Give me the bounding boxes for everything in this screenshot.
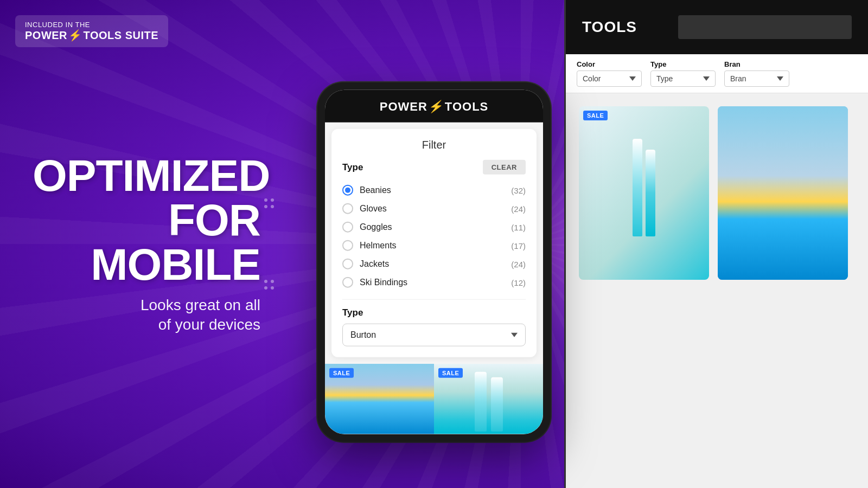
brand-selected-value: Burton [350, 330, 376, 340]
chevron-down-icon [629, 76, 636, 81]
product-image [579, 106, 709, 280]
dot [264, 280, 267, 283]
desktop-brand-label: Bran [724, 60, 789, 68]
desktop-color-select[interactable]: Color [577, 70, 642, 87]
radio-jackets[interactable] [342, 259, 353, 269]
bracket-dots [264, 198, 274, 290]
logo-bolt-icon: ⚡ [427, 100, 445, 114]
headline-section: OPTIMIZEDFORMOBILE Looks great on allof … [33, 153, 260, 335]
badge-power: POWER [25, 29, 67, 42]
option-count-beanies: (32) [511, 185, 526, 195]
desktop-products: SALE [566, 93, 868, 293]
filter-type-label: Type [342, 162, 363, 172]
product-thumbnail-2: SALE [434, 364, 543, 434]
filter-option-helments[interactable]: Helments (17) [342, 236, 526, 255]
desktop-product-card [718, 106, 848, 280]
logo-power: POWER [380, 100, 427, 114]
filter-options-list: Beanies (32) Gloves (24) Goggles (11) [342, 181, 526, 292]
filter-option-gloves[interactable]: Gloves (24) [342, 200, 526, 218]
option-label-jackets: Jackets [360, 259, 389, 269]
sale-badge: SALE [438, 368, 463, 378]
suite-badge: INCLUDED IN THE POWER ⚡ TOOLS SUITE [15, 15, 168, 47]
desktop-search-bar [678, 15, 852, 39]
headline-main: OPTIMIZEDFORMOBILE [33, 153, 260, 287]
desktop-brand-select[interactable]: Bran [724, 70, 789, 87]
logo-tools: TOOLS [445, 100, 488, 114]
badge-line2: POWER ⚡ TOOLS SUITE [25, 29, 158, 42]
phone-topbar: POWER ⚡ TOOLS [325, 90, 543, 123]
brand-dropdown[interactable]: Burton [342, 324, 526, 346]
phone-mockup: POWER ⚡ TOOLS Filter Type CLEAR [317, 82, 551, 442]
dot [264, 286, 267, 290]
products-row: SALE SALE [325, 364, 543, 434]
dot [271, 280, 274, 283]
desktop-filter-color-col: Color Color [577, 60, 642, 87]
badge-line1: INCLUDED IN THE [25, 21, 158, 29]
option-count-gloves: (24) [511, 204, 526, 213]
filter-option-ski-bindings[interactable]: Ski Bindings (12) [342, 273, 526, 292]
filter-panel: Filter Type CLEAR Beanies (32) [331, 129, 537, 357]
phone-frame: POWER ⚡ TOOLS Filter Type CLEAR [317, 82, 551, 442]
desktop-color-value: Color [583, 74, 601, 83]
brand-section-label: Type [342, 307, 526, 318]
filter-type-header: Type CLEAR [342, 160, 526, 175]
desktop-type-value: Type [656, 74, 673, 83]
option-count-helments: (17) [511, 241, 526, 250]
option-count-ski-bindings: (12) [511, 278, 526, 287]
ski-shape-1 [475, 372, 487, 432]
radio-goggles[interactable] [342, 222, 353, 233]
option-count-goggles: (11) [511, 222, 526, 232]
desktop-filter-row: Color Color Type Type Bran Bran [566, 54, 868, 93]
filter-option-goggles[interactable]: Goggles (11) [342, 218, 526, 236]
desktop-screen: TOOLS Color Color Type Type Bran [564, 0, 868, 488]
filter-option-jackets[interactable]: Jackets (24) [342, 255, 526, 273]
chevron-down-icon [511, 333, 518, 337]
desktop-filter-brand-col: Bran Bran [724, 60, 789, 87]
radio-helments[interactable] [342, 240, 353, 251]
option-label-goggles: Goggles [360, 222, 392, 232]
phone-screen: POWER ⚡ TOOLS Filter Type CLEAR [325, 90, 543, 434]
option-label-helments: Helments [360, 241, 397, 251]
desktop-product-card: SALE [579, 106, 709, 280]
chevron-down-icon [777, 76, 783, 81]
filter-option-beanies[interactable]: Beanies (32) [342, 181, 526, 200]
desktop-peek: TOOLS Color Color Type Type Bran [564, 0, 868, 488]
desktop-brand-value: Bran [730, 74, 746, 83]
dot [264, 205, 267, 208]
dot [271, 205, 274, 208]
option-count-jackets: (24) [511, 259, 526, 268]
product-thumbnail-1: SALE [325, 364, 434, 434]
dot [271, 198, 274, 202]
filter-title: Filter [342, 139, 526, 151]
option-label-gloves: Gloves [360, 204, 387, 214]
headline-sub: Looks great on allof your devices [33, 296, 260, 335]
desktop-type-label: Type [650, 60, 716, 68]
desktop-topbar: TOOLS [566, 0, 868, 54]
desktop-logo-tools: TOOLS [582, 18, 637, 36]
option-label-ski-bindings: Ski Bindings [360, 278, 407, 287]
dot [271, 286, 274, 290]
option-label-beanies: Beanies [360, 185, 391, 195]
badge-tools: TOOLS SUITE [84, 29, 158, 42]
product-image [718, 106, 848, 280]
dot [264, 198, 267, 202]
ski-shape-2 [491, 377, 503, 432]
chevron-down-icon [703, 76, 710, 81]
badge-bolt-icon: ⚡ [68, 29, 82, 42]
sale-badge: SALE [329, 368, 354, 378]
radio-gloves[interactable] [342, 203, 353, 214]
desktop-color-label: Color [577, 60, 642, 68]
desktop-filter-type-col: Type Type [650, 60, 716, 87]
filter-divider [342, 299, 526, 300]
desktop-type-select[interactable]: Type [650, 70, 716, 87]
radio-inner-beanies [345, 188, 350, 193]
clear-button[interactable]: CLEAR [483, 160, 526, 175]
radio-ski-bindings[interactable] [342, 277, 353, 288]
sale-badge: SALE [583, 111, 608, 120]
app-logo: POWER ⚡ TOOLS [325, 100, 543, 114]
desktop-logo: TOOLS [582, 18, 637, 36]
radio-beanies[interactable] [342, 185, 353, 196]
